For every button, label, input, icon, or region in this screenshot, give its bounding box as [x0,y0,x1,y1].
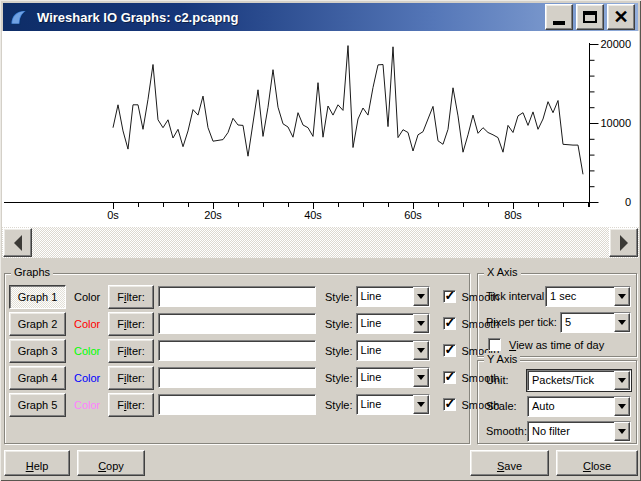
style-label: Style: [325,372,353,384]
svg-text:0s: 0s [107,209,119,221]
smooth-checkbox[interactable] [443,290,456,303]
minimize-button[interactable] [545,4,573,30]
tick-interval-label: Tick interval: [486,290,547,302]
graphs-panel: Graphs Graph 1 Color Filter: Style: Line… [4,273,470,444]
chevron-down-icon[interactable] [614,371,630,390]
filter-button[interactable]: Filter: [108,393,154,417]
svg-text:0: 0 [625,196,631,208]
style-dropdown[interactable]: Line [356,394,430,415]
style-label: Style: [325,318,353,330]
style-label: Style: [325,291,353,303]
style-dropdown[interactable]: Line [356,340,430,361]
arrow-right-icon [620,235,628,251]
smooth-filter-value: No filter [528,422,614,441]
graph-toggle-button[interactable]: Graph 5 [9,393,66,417]
filter-button[interactable]: Filter: [108,285,154,309]
chevron-down-icon[interactable] [614,422,630,441]
smooth-checkbox[interactable] [443,371,456,384]
style-value: Line [357,368,413,387]
graph-toggle-button[interactable]: Graph 3 [9,339,66,363]
style-value: Line [357,314,413,333]
filter-input[interactable] [158,340,316,361]
smooth-checkbox[interactable] [443,344,456,357]
io-graph-canvas: 0s20s40s60s80s01000020000 [2,31,639,227]
graph-row: Graph 1 Color Filter: Style: Line Smooth [5,283,469,310]
close-dialog-button[interactable]: Close [556,450,638,476]
unit-label: Unit: [486,374,509,386]
save-button[interactable]: Save [470,450,549,476]
unit-dropdown[interactable]: Packets/Tick [527,370,631,391]
graph-row: Graph 5 Color Filter: Style: Line Smooth [5,391,469,418]
copy-button[interactable]: Copy [77,450,145,476]
chevron-down-icon[interactable] [614,313,630,332]
style-dropdown[interactable]: Line [356,367,430,388]
graph-color-label: Color [74,318,108,330]
pixels-per-tick-label: Pixels per tick: [486,316,557,328]
smooth-filter-label: Smooth: [486,425,527,437]
close-icon: ✕ [613,8,628,26]
chevron-down-icon[interactable] [413,395,429,414]
chevron-down-icon[interactable] [413,341,429,360]
pixels-per-tick-value: 5 [561,313,614,332]
style-dropdown[interactable]: Line [356,313,430,334]
window-title: Wireshark IO Graphs: c2.pcapng [37,10,238,25]
view-as-time-of-day-label: View as time of day [509,339,604,351]
filter-button[interactable]: Filter: [108,312,154,336]
svg-text:60s: 60s [404,209,422,221]
scale-label: Scale: [486,400,517,412]
graph-color-label: Color [74,345,108,357]
style-value: Line [357,395,413,414]
svg-text:20000: 20000 [600,38,631,50]
minimize-icon [553,21,565,25]
smooth-checkbox[interactable] [443,317,456,330]
filter-input[interactable] [158,286,316,307]
tick-interval-value: 1 sec [546,287,614,306]
filter-input[interactable] [158,367,316,388]
filter-input[interactable] [158,313,316,334]
y-axis-panel-title: Y Axis [484,353,520,365]
scale-dropdown[interactable]: Auto [527,396,631,417]
horizontal-scrollbar[interactable] [2,227,639,258]
tick-interval-dropdown[interactable]: 1 sec [545,286,631,307]
graph-row: Graph 2 Color Filter: Style: Line Smooth [5,310,469,337]
wireshark-fin-icon [8,6,30,28]
maximize-icon [583,11,597,23]
chevron-down-icon[interactable] [614,397,630,416]
maximize-button[interactable] [576,4,604,30]
chevron-down-icon[interactable] [614,287,630,306]
pixels-per-tick-dropdown[interactable]: 5 [560,312,631,333]
chevron-down-icon[interactable] [413,287,429,306]
help-button[interactable]: Help [4,450,70,476]
graphs-panel-title: Graphs [11,266,53,278]
unit-value: Packets/Tick [528,371,614,390]
svg-text:80s: 80s [504,209,522,221]
graph-row: Graph 3 Color Filter: Style: Line Smooth [5,337,469,364]
filter-button[interactable]: Filter: [108,366,154,390]
style-dropdown[interactable]: Line [356,286,430,307]
scroll-left-button[interactable] [3,228,32,257]
wireshark-io-graphs-window: Wireshark IO Graphs: c2.pcapng ✕ 0s20s40… [0,0,641,481]
close-button[interactable]: ✕ [607,4,635,30]
graph-color-label: Color [74,399,108,411]
chevron-down-icon[interactable] [413,314,429,333]
title-bar[interactable]: Wireshark IO Graphs: c2.pcapng ✕ [3,3,638,31]
graph-toggle-button[interactable]: Graph 4 [9,366,66,390]
graph-toggle-button[interactable]: Graph 1 [9,285,66,309]
scroll-right-button[interactable] [609,228,638,257]
svg-text:20s: 20s [204,209,222,221]
view-as-time-of-day-checkbox[interactable] [488,338,501,351]
style-label: Style: [325,345,353,357]
chevron-down-icon[interactable] [413,368,429,387]
smooth-filter-dropdown[interactable]: No filter [527,421,631,442]
style-value: Line [357,341,413,360]
graph-color-label: Color [74,372,108,384]
io-graph-plot[interactable]: 0s20s40s60s80s01000020000 [2,31,639,227]
smooth-checkbox[interactable] [443,398,456,411]
filter-button[interactable]: Filter: [108,339,154,363]
filter-input[interactable] [158,394,316,415]
arrow-left-icon [14,235,22,251]
x-axis-panel-title: X Axis [484,266,521,278]
style-label: Style: [325,399,353,411]
svg-text:10000: 10000 [600,117,631,129]
graph-toggle-button[interactable]: Graph 2 [9,312,66,336]
